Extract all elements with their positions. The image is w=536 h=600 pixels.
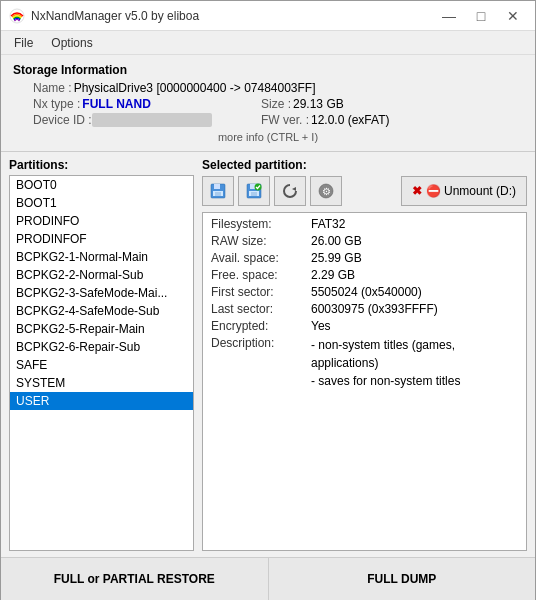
free-space-label: Free. space:: [211, 268, 311, 282]
erase-icon: ⚙: [317, 182, 335, 200]
last-sector-value: 60030975 (0x393FFFF): [311, 302, 438, 316]
window-title: NxNandManager v5.0 by eliboa: [31, 9, 199, 23]
first-sector-label: First sector:: [211, 285, 311, 299]
erase-button[interactable]: ⚙: [310, 176, 342, 206]
dump-button-bottom[interactable]: FULL DUMP: [269, 558, 536, 600]
description-row: Description: - non-system titles (games,…: [211, 336, 518, 390]
unmount-label: ⛔ Unmount (D:): [426, 184, 516, 198]
restore-button-bottom[interactable]: FULL or PARTIAL RESTORE: [1, 558, 269, 600]
restore-icon: [281, 182, 299, 200]
storage-info-rows: Name : PhysicalDrive3 [0000000400 -> 074…: [13, 81, 523, 127]
name-label: Name :: [33, 81, 72, 95]
nx-type-value: FULL NAND: [82, 97, 150, 111]
size-value: 29.13 GB: [293, 97, 344, 111]
encrypted-label: Encrypted:: [211, 319, 311, 333]
list-item[interactable]: PRODINFO: [10, 212, 193, 230]
first-sector-row: First sector: 5505024 (0x540000): [211, 285, 518, 299]
last-sector-label: Last sector:: [211, 302, 311, 316]
app-logo-icon: [9, 8, 25, 24]
avail-space-label: Avail. space:: [211, 251, 311, 265]
menu-file[interactable]: File: [5, 33, 42, 53]
storage-info-section: Storage Information Name : PhysicalDrive…: [1, 55, 535, 152]
filesystem-row: Filesystem: FAT32: [211, 217, 518, 231]
device-id-masked: [92, 113, 212, 127]
selected-partition-panel: Selected partition:: [202, 158, 527, 551]
list-item[interactable]: PRODINFOF: [10, 230, 193, 248]
title-bar: NxNandManager v5.0 by eliboa — □ ✕: [1, 1, 535, 31]
filesystem-label: Filesystem:: [211, 217, 311, 231]
window-controls: — □ ✕: [435, 5, 527, 27]
free-space-row: Free. space: 2.29 GB: [211, 268, 518, 282]
restore-button[interactable]: [274, 176, 306, 206]
partitions-panel: Partitions: BOOT0 BOOT1 PRODINFO PRODINF…: [9, 158, 194, 551]
list-item[interactable]: BCPKG2-5-Repair-Main: [10, 320, 193, 338]
device-id-label: Device ID :: [33, 113, 92, 127]
main-content: Partitions: BOOT0 BOOT1 PRODINFO PRODINF…: [1, 152, 535, 557]
partitions-list[interactable]: BOOT0 BOOT1 PRODINFO PRODINFOF BCPKG2-1-…: [9, 175, 194, 551]
svg-rect-8: [251, 192, 257, 196]
svg-marker-10: [292, 187, 296, 191]
list-item[interactable]: BCPKG2-6-Repair-Sub: [10, 338, 193, 356]
action-toolbar: ⚙ ✖ ⛔ Unmount (D:): [202, 176, 527, 206]
partition-details: Filesystem: FAT32 RAW size: 26.00 GB Ava…: [202, 212, 527, 551]
svg-rect-4: [215, 192, 221, 196]
save-button[interactable]: [202, 176, 234, 206]
size-label: Size :: [261, 97, 291, 111]
menu-options[interactable]: Options: [42, 33, 101, 53]
close-button[interactable]: ✕: [499, 5, 527, 27]
more-info-text: more info (CTRL + I): [13, 127, 523, 147]
maximize-button[interactable]: □: [467, 5, 495, 27]
encrypted-value: Yes: [311, 319, 331, 333]
list-item[interactable]: SYSTEM: [10, 374, 193, 392]
raw-size-row: RAW size: 26.00 GB: [211, 234, 518, 248]
filesystem-value: FAT32: [311, 217, 345, 231]
nx-type-label: Nx type :: [33, 97, 80, 111]
description-label: Description:: [211, 336, 311, 350]
device-fw-row: Device ID : FW ver. : 12.0.0 (exFAT): [13, 113, 523, 127]
storage-info-title: Storage Information: [13, 63, 523, 77]
nx-size-row: Nx type : FULL NAND Size : 29.13 GB: [13, 97, 523, 111]
list-item[interactable]: BCPKG2-3-SafeMode-Mai...: [10, 284, 193, 302]
fw-ver-value: 12.0.0 (exFAT): [311, 113, 389, 127]
minimize-button[interactable]: —: [435, 5, 463, 27]
list-item-selected[interactable]: USER: [10, 392, 193, 410]
menu-bar: File Options: [1, 31, 535, 55]
save-icon: [209, 182, 227, 200]
unmount-button[interactable]: ✖ ⛔ Unmount (D:): [401, 176, 527, 206]
save-verify-icon: [245, 182, 263, 200]
list-item[interactable]: BCPKG2-1-Normal-Main: [10, 248, 193, 266]
raw-size-value: 26.00 GB: [311, 234, 362, 248]
list-item[interactable]: BCPKG2-2-Normal-Sub: [10, 266, 193, 284]
first-sector-value: 5505024 (0x540000): [311, 285, 422, 299]
last-sector-row: Last sector: 60030975 (0x393FFFF): [211, 302, 518, 316]
avail-space-value: 25.99 GB: [311, 251, 362, 265]
list-item[interactable]: SAFE: [10, 356, 193, 374]
title-bar-left: NxNandManager v5.0 by eliboa: [9, 8, 199, 24]
unmount-x-icon: ✖: [412, 184, 422, 198]
save-verify-button[interactable]: [238, 176, 270, 206]
selected-partition-label: Selected partition:: [202, 158, 527, 172]
fw-ver-label: FW ver. :: [261, 113, 309, 127]
main-window: NxNandManager v5.0 by eliboa — □ ✕ File …: [0, 0, 536, 600]
svg-text:⚙: ⚙: [322, 186, 331, 197]
bottom-bar: FULL or PARTIAL RESTORE FULL DUMP: [1, 557, 535, 599]
encrypted-row: Encrypted: Yes: [211, 319, 518, 333]
free-space-value: 2.29 GB: [311, 268, 355, 282]
svg-rect-2: [214, 184, 220, 189]
description-text: - non-system titles (games, applications…: [311, 336, 518, 390]
avail-space-row: Avail. space: 25.99 GB: [211, 251, 518, 265]
name-value: PhysicalDrive3 [0000000400 -> 07484003FF…: [74, 81, 316, 95]
list-item[interactable]: BOOT0: [10, 176, 193, 194]
list-item[interactable]: BOOT1: [10, 194, 193, 212]
partitions-label: Partitions:: [9, 158, 194, 172]
storage-name-row: Name : PhysicalDrive3 [0000000400 -> 074…: [13, 81, 523, 95]
list-item[interactable]: BCPKG2-4-SafeMode-Sub: [10, 302, 193, 320]
raw-size-label: RAW size:: [211, 234, 311, 248]
